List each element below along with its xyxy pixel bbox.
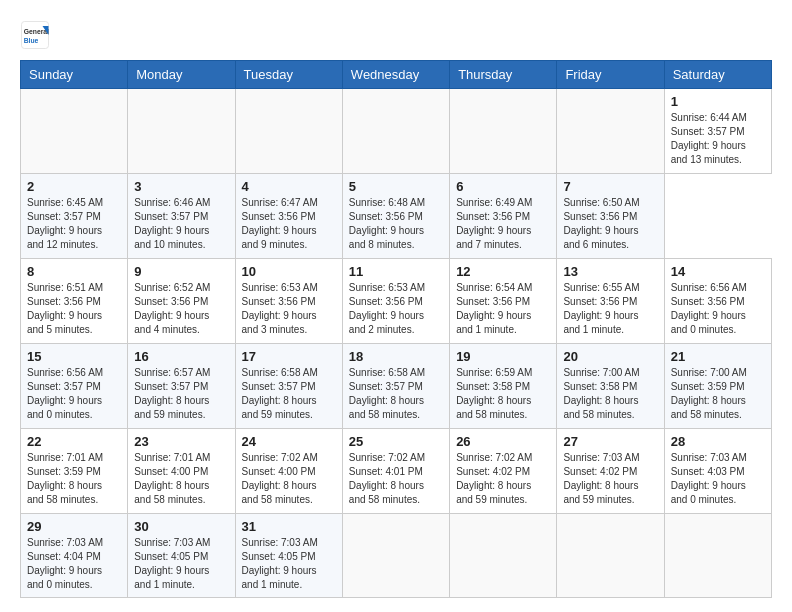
calendar-day-cell: 10Sunrise: 6:53 AMSunset: 3:56 PMDayligh…: [235, 259, 342, 344]
calendar-day-cell: 9Sunrise: 6:52 AMSunset: 3:56 PMDaylight…: [128, 259, 235, 344]
day-number: 15: [27, 349, 121, 364]
day-info: Sunrise: 6:46 AMSunset: 3:57 PMDaylight:…: [134, 196, 228, 252]
calendar-day-cell: 13Sunrise: 6:55 AMSunset: 3:56 PMDayligh…: [557, 259, 664, 344]
calendar-day-cell: 3Sunrise: 6:46 AMSunset: 3:57 PMDaylight…: [128, 174, 235, 259]
day-number: 11: [349, 264, 443, 279]
day-info: Sunrise: 6:58 AMSunset: 3:57 PMDaylight:…: [242, 366, 336, 422]
day-info: Sunrise: 6:50 AMSunset: 3:56 PMDaylight:…: [563, 196, 657, 252]
calendar-day-cell: 19Sunrise: 6:59 AMSunset: 3:58 PMDayligh…: [450, 344, 557, 429]
calendar-day-cell: 27Sunrise: 7:03 AMSunset: 4:02 PMDayligh…: [557, 429, 664, 514]
day-number: 7: [563, 179, 657, 194]
calendar-day-cell: 2Sunrise: 6:45 AMSunset: 3:57 PMDaylight…: [21, 174, 128, 259]
calendar-header-row: SundayMondayTuesdayWednesdayThursdayFrid…: [21, 61, 772, 89]
calendar-day-cell: [450, 89, 557, 174]
day-number: 19: [456, 349, 550, 364]
day-info: Sunrise: 7:02 AMSunset: 4:00 PMDaylight:…: [242, 451, 336, 507]
calendar-day-cell: 14Sunrise: 6:56 AMSunset: 3:56 PMDayligh…: [664, 259, 771, 344]
page-header: General Blue: [20, 20, 772, 50]
calendar-day-cell: 15Sunrise: 6:56 AMSunset: 3:57 PMDayligh…: [21, 344, 128, 429]
day-number: 27: [563, 434, 657, 449]
day-number: 1: [671, 94, 765, 109]
calendar-day-cell: 6Sunrise: 6:49 AMSunset: 3:56 PMDaylight…: [450, 174, 557, 259]
calendar-day-cell: 16Sunrise: 6:57 AMSunset: 3:57 PMDayligh…: [128, 344, 235, 429]
calendar-day-cell: [557, 89, 664, 174]
day-number: 13: [563, 264, 657, 279]
calendar-day-cell: [450, 514, 557, 598]
day-number: 3: [134, 179, 228, 194]
calendar-day-header: Tuesday: [235, 61, 342, 89]
day-number: 26: [456, 434, 550, 449]
calendar-day-header: Friday: [557, 61, 664, 89]
day-number: 17: [242, 349, 336, 364]
calendar-day-cell: 1Sunrise: 6:44 AMSunset: 3:57 PMDaylight…: [664, 89, 771, 174]
day-number: 9: [134, 264, 228, 279]
calendar-day-cell: [128, 89, 235, 174]
calendar-day-cell: 21Sunrise: 7:00 AMSunset: 3:59 PMDayligh…: [664, 344, 771, 429]
day-number: 2: [27, 179, 121, 194]
day-number: 5: [349, 179, 443, 194]
calendar-day-cell: [342, 514, 449, 598]
day-number: 21: [671, 349, 765, 364]
calendar-week-row: 1Sunrise: 6:44 AMSunset: 3:57 PMDaylight…: [21, 89, 772, 174]
day-info: Sunrise: 7:03 AMSunset: 4:04 PMDaylight:…: [27, 536, 121, 592]
day-number: 6: [456, 179, 550, 194]
calendar-day-cell: [342, 89, 449, 174]
day-info: Sunrise: 6:44 AMSunset: 3:57 PMDaylight:…: [671, 111, 765, 167]
day-number: 30: [134, 519, 228, 534]
calendar-day-cell: 7Sunrise: 6:50 AMSunset: 3:56 PMDaylight…: [557, 174, 664, 259]
day-info: Sunrise: 6:52 AMSunset: 3:56 PMDaylight:…: [134, 281, 228, 337]
day-number: 20: [563, 349, 657, 364]
day-info: Sunrise: 7:01 AMSunset: 3:59 PMDaylight:…: [27, 451, 121, 507]
day-number: 12: [456, 264, 550, 279]
logo: General Blue: [20, 20, 54, 50]
day-info: Sunrise: 7:03 AMSunset: 4:05 PMDaylight:…: [134, 536, 228, 592]
day-info: Sunrise: 7:02 AMSunset: 4:01 PMDaylight:…: [349, 451, 443, 507]
calendar-week-row: 2Sunrise: 6:45 AMSunset: 3:57 PMDaylight…: [21, 174, 772, 259]
day-number: 18: [349, 349, 443, 364]
day-info: Sunrise: 6:48 AMSunset: 3:56 PMDaylight:…: [349, 196, 443, 252]
day-info: Sunrise: 6:51 AMSunset: 3:56 PMDaylight:…: [27, 281, 121, 337]
day-info: Sunrise: 7:00 AMSunset: 3:59 PMDaylight:…: [671, 366, 765, 422]
day-info: Sunrise: 7:03 AMSunset: 4:05 PMDaylight:…: [242, 536, 336, 592]
calendar-day-cell: 4Sunrise: 6:47 AMSunset: 3:56 PMDaylight…: [235, 174, 342, 259]
calendar-day-cell: 8Sunrise: 6:51 AMSunset: 3:56 PMDaylight…: [21, 259, 128, 344]
day-info: Sunrise: 6:56 AMSunset: 3:56 PMDaylight:…: [671, 281, 765, 337]
day-number: 31: [242, 519, 336, 534]
calendar-day-cell: 28Sunrise: 7:03 AMSunset: 4:03 PMDayligh…: [664, 429, 771, 514]
calendar-week-row: 15Sunrise: 6:56 AMSunset: 3:57 PMDayligh…: [21, 344, 772, 429]
calendar-day-cell: 5Sunrise: 6:48 AMSunset: 3:56 PMDaylight…: [342, 174, 449, 259]
day-info: Sunrise: 6:57 AMSunset: 3:57 PMDaylight:…: [134, 366, 228, 422]
calendar-day-cell: 22Sunrise: 7:01 AMSunset: 3:59 PMDayligh…: [21, 429, 128, 514]
calendar-table: SundayMondayTuesdayWednesdayThursdayFrid…: [20, 60, 772, 598]
day-info: Sunrise: 7:03 AMSunset: 4:03 PMDaylight:…: [671, 451, 765, 507]
day-number: 28: [671, 434, 765, 449]
calendar-day-cell: 18Sunrise: 6:58 AMSunset: 3:57 PMDayligh…: [342, 344, 449, 429]
day-info: Sunrise: 7:03 AMSunset: 4:02 PMDaylight:…: [563, 451, 657, 507]
day-number: 25: [349, 434, 443, 449]
svg-text:Blue: Blue: [24, 37, 39, 44]
day-info: Sunrise: 6:58 AMSunset: 3:57 PMDaylight:…: [349, 366, 443, 422]
calendar-week-row: 22Sunrise: 7:01 AMSunset: 3:59 PMDayligh…: [21, 429, 772, 514]
day-number: 29: [27, 519, 121, 534]
calendar-day-header: Wednesday: [342, 61, 449, 89]
calendar-day-cell: 23Sunrise: 7:01 AMSunset: 4:00 PMDayligh…: [128, 429, 235, 514]
calendar-day-cell: 17Sunrise: 6:58 AMSunset: 3:57 PMDayligh…: [235, 344, 342, 429]
calendar-week-row: 29Sunrise: 7:03 AMSunset: 4:04 PMDayligh…: [21, 514, 772, 598]
calendar-day-cell: 25Sunrise: 7:02 AMSunset: 4:01 PMDayligh…: [342, 429, 449, 514]
day-info: Sunrise: 6:53 AMSunset: 3:56 PMDaylight:…: [349, 281, 443, 337]
calendar-day-header: Saturday: [664, 61, 771, 89]
day-number: 24: [242, 434, 336, 449]
day-info: Sunrise: 7:00 AMSunset: 3:58 PMDaylight:…: [563, 366, 657, 422]
calendar-day-cell: 30Sunrise: 7:03 AMSunset: 4:05 PMDayligh…: [128, 514, 235, 598]
day-info: Sunrise: 6:54 AMSunset: 3:56 PMDaylight:…: [456, 281, 550, 337]
day-number: 14: [671, 264, 765, 279]
calendar-day-cell: [21, 89, 128, 174]
day-number: 22: [27, 434, 121, 449]
calendar-day-header: Monday: [128, 61, 235, 89]
day-number: 4: [242, 179, 336, 194]
day-number: 10: [242, 264, 336, 279]
calendar-day-cell: 24Sunrise: 7:02 AMSunset: 4:00 PMDayligh…: [235, 429, 342, 514]
day-info: Sunrise: 6:59 AMSunset: 3:58 PMDaylight:…: [456, 366, 550, 422]
day-number: 8: [27, 264, 121, 279]
day-number: 16: [134, 349, 228, 364]
